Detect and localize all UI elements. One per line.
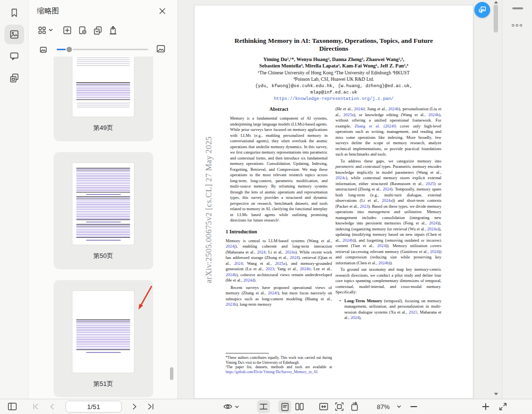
paper-affiliation-line2: ⁴Poisson Lab, CSI, Huawei UK R&D Ltd. [214, 76, 453, 83]
add-page-button[interactable] [61, 24, 73, 36]
grid-layout-icon [37, 26, 47, 35]
thumbnail-card-51[interactable]: 第51页 [54, 280, 153, 397]
thumbnail-content [76, 196, 130, 220]
footnote: ¹The paper list, datasets, methods and t… [226, 365, 332, 375]
last-page-icon [146, 402, 156, 412]
zoom-level-dropdown[interactable] [397, 404, 401, 409]
bookmarks-tab[interactable] [4, 3, 24, 23]
single-page-icon [280, 402, 290, 412]
prev-page-button[interactable] [47, 402, 57, 412]
fullscreen-icon [498, 402, 508, 412]
image-export-fab-icon [478, 5, 487, 14]
intro-paragraph: Memory is central to LLM-based systems (… [226, 238, 332, 284]
red-arrow-annotation[interactable] [133, 284, 155, 316]
thumbnail-list[interactable]: 第49页 第50页 第51页 [29, 57, 178, 399]
thumbnail-content [76, 82, 130, 100]
paper-emails-line2: mlap@inf.ed.ac.uk [214, 90, 453, 96]
document-scrollbar-thumb[interactable] [494, 4, 498, 32]
fit-page-icon [334, 401, 345, 412]
eye-icon [223, 402, 233, 412]
next-page-button[interactable] [130, 402, 139, 412]
next-page-icon [130, 402, 139, 412]
bookmark-icon [9, 7, 20, 18]
bullet-text: Long-Term Memory (temporal), focusing on… [344, 298, 441, 321]
paper-emails: {ydu, kfwong}@se.cuhk.edu.hk, {w.huang, … [214, 83, 453, 90]
intro-paragraph: Recent surveys have proposed operational… [226, 285, 332, 308]
comments-tab[interactable] [4, 46, 24, 66]
close-panel-button[interactable] [156, 4, 168, 17]
fit-width-icon [318, 401, 329, 412]
thumbnails-tab[interactable] [4, 25, 24, 44]
zoom-in-button[interactable] [481, 402, 490, 411]
close-icon [159, 7, 166, 15]
scroll-down-icon[interactable] [494, 393, 498, 395]
panel-title: 缩略图 [37, 6, 59, 16]
pages-tab[interactable] [4, 68, 24, 88]
thumbnail-size-slider-thumb[interactable] [66, 47, 72, 52]
scroll-up-icon[interactable] [494, 1, 498, 3]
document-scrollbar[interactable] [493, 0, 501, 399]
last-page-button[interactable] [146, 402, 156, 412]
replace-page-icon [93, 25, 103, 35]
export-page-button[interactable] [106, 24, 119, 36]
thumbnail-content [77, 103, 130, 109]
paper-header: Rethinking Memory in AI: Taxonomy, Opera… [214, 37, 453, 101]
right-utility-panel [502, 0, 532, 399]
bottom-toolbar: 87% [0, 399, 532, 414]
zoom-in-icon [481, 402, 490, 411]
body-paragraph: To address these gaps, we categorize mem… [335, 159, 441, 266]
paper-title-line2: Directions [214, 45, 453, 53]
left-column: Abstract Memory is a fundamental compone… [226, 106, 332, 376]
thumbnail-card-50[interactable]: 第50页 [54, 152, 153, 269]
footnotes: *These authors contributes equally. This… [226, 353, 332, 375]
thumbnail-page-49 [72, 57, 134, 117]
paper-authors: Yiming Du²,¹*, Wenyu Huang², Danna Zheng… [214, 56, 453, 63]
fit-width-button[interactable] [318, 401, 329, 412]
reading-mode-icon [258, 401, 269, 412]
panel-scrollbar-thumb[interactable] [170, 367, 173, 380]
first-page-button[interactable] [31, 402, 40, 412]
pdf-page[interactable]: arXiv:2505.00675v2 [cs.CL] 27 May 2025 R… [194, 5, 473, 399]
abstract-heading: Abstract [226, 106, 332, 112]
zoom-out-button[interactable] [409, 402, 418, 411]
delete-page-icon [77, 25, 88, 35]
rotate-page-button[interactable] [349, 401, 360, 412]
thumbnail-label: 第51页 [54, 380, 153, 388]
replace-page-button[interactable] [91, 24, 104, 36]
thumbnail-content [86, 194, 121, 195]
page-number-input[interactable] [66, 401, 122, 413]
bullet-marker: • [339, 298, 344, 321]
thumbnail-content [86, 222, 121, 223]
fit-page-button[interactable] [334, 401, 345, 412]
thumbnail-card-49[interactable]: 第49页 [54, 57, 153, 141]
large-thumbnail-button[interactable] [154, 42, 167, 55]
zoom-level-label: 87% [377, 403, 390, 411]
view-mode-button[interactable] [223, 402, 239, 412]
collapse-handle[interactable] [512, 7, 523, 9]
large-thumbnail-icon [156, 44, 166, 54]
more-options-button[interactable] [512, 24, 522, 27]
thumbnail-label: 第50页 [54, 252, 153, 260]
delete-page-button[interactable] [76, 24, 89, 36]
sidebar-toggle-button[interactable] [7, 401, 18, 412]
thumbnail-panel: 缩略图 [29, 0, 178, 399]
thumbnail-content [86, 240, 121, 241]
layout-options-button[interactable] [36, 24, 55, 36]
reading-mode-button[interactable] [257, 400, 270, 413]
more-options-icon [512, 24, 514, 27]
thumbnail-label: 第49页 [54, 124, 153, 132]
thumbnail-content [76, 168, 130, 192]
image-export-fab[interactable] [474, 2, 490, 18]
single-page-view-button[interactable] [278, 400, 291, 413]
paper-homepage-link[interactable]: https://knowledge-representation.org/j.z… [214, 96, 453, 101]
thumbnail-content [76, 319, 130, 350]
thumbnail-content [86, 352, 121, 353]
thumbnail-content [77, 58, 130, 66]
more-options-icon [516, 24, 518, 27]
paper-affiliation: ¹The Chinese University of Hong Kong ²Th… [214, 70, 453, 76]
footnote: *These authors contributes equally. This… [226, 355, 332, 365]
small-thumbnail-button[interactable] [37, 43, 50, 56]
fullscreen-button[interactable] [498, 402, 508, 412]
thumbnail-page-50 [72, 163, 134, 245]
two-page-view-button[interactable] [294, 401, 305, 412]
